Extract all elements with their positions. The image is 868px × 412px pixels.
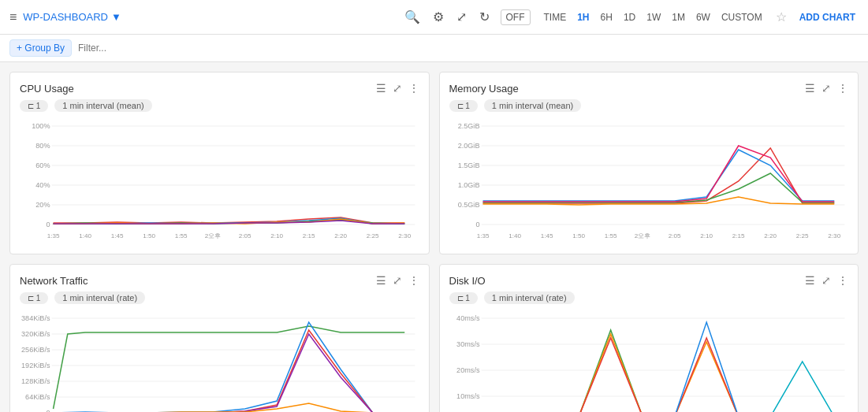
- network-chart-svg: 384KiB/s 320KiB/s 256KiB/s 192KiB/s 128K…: [20, 310, 419, 412]
- disk-expand-icon[interactable]: ⤢: [821, 274, 831, 287]
- svg-text:40%: 40%: [35, 181, 50, 189]
- svg-text:2오후: 2오후: [205, 232, 222, 239]
- time-btn-1w[interactable]: 1W: [643, 10, 665, 24]
- cpu-chart-area: 100% 80% 60% 40% 20% 0 1:35 1:40 1:45 1:…: [20, 118, 419, 244]
- memory-expand-icon[interactable]: ⤢: [821, 82, 831, 95]
- svg-text:2:30: 2:30: [828, 232, 840, 239]
- svg-text:2.0GiB: 2.0GiB: [457, 142, 479, 150]
- svg-text:60%: 60%: [35, 161, 50, 169]
- svg-text:2:10: 2:10: [700, 232, 713, 239]
- network-list-icon[interactable]: ☰: [376, 274, 386, 287]
- header-left: ≡ WP-DASHBOARD ▼: [9, 10, 121, 24]
- cpu-chart-svg: 100% 80% 60% 40% 20% 0 1:35 1:40 1:45 1:…: [20, 118, 419, 244]
- cpu-interval-tag[interactable]: 1 min interval (mean): [54, 99, 151, 112]
- time-btn-1h[interactable]: 1H: [573, 10, 593, 24]
- time-btn-1d[interactable]: 1D: [620, 10, 639, 24]
- svg-text:2:05: 2:05: [668, 232, 680, 239]
- svg-text:100%: 100%: [32, 122, 50, 130]
- add-chart-button[interactable]: ADD CHART: [796, 10, 859, 24]
- memory-chart-svg: 2.5GiB 2.0GiB 1.5GiB 1.0GiB 0.5GiB 0 1:3…: [449, 118, 849, 244]
- network-expand-icon[interactable]: ⤢: [393, 274, 402, 287]
- svg-text:2:30: 2:30: [398, 232, 411, 239]
- cpu-filter-tag[interactable]: ⊏ 1: [20, 100, 48, 112]
- memory-menu-icon[interactable]: ⋮: [837, 82, 848, 95]
- network-chart-icons: ☰ ⤢ ⋮: [376, 274, 419, 287]
- filter-input[interactable]: [78, 43, 859, 54]
- disk-chart-icons: ☰ ⤢ ⋮: [805, 274, 848, 287]
- svg-text:0.5GiB: 0.5GiB: [457, 201, 479, 209]
- memory-chart-tags: ⊏ 1 1 min interval (mean): [449, 99, 849, 112]
- settings-icon[interactable]: ⚙: [431, 8, 445, 26]
- svg-text:20%: 20%: [35, 201, 50, 209]
- svg-text:10ms/s: 10ms/s: [456, 392, 480, 400]
- main-content: CPU Usage ☰ ⤢ ⋮ ⊏ 1 1 min interval (mean…: [0, 62, 868, 412]
- svg-text:2:10: 2:10: [270, 232, 283, 239]
- hamburger-icon[interactable]: ≡: [9, 10, 17, 24]
- header: ≡ WP-DASHBOARD ▼ 🔍 ⚙ ⤢ ↻ OFF TIME 1H 6H …: [0, 0, 868, 35]
- disk-chart-area: 40ms/s 30ms/s 20ms/s 10ms/s 0 1:35 1:40 …: [449, 310, 849, 412]
- cpu-expand-icon[interactable]: ⤢: [393, 82, 402, 95]
- cpu-menu-icon[interactable]: ⋮: [408, 82, 419, 95]
- disk-interval-tag[interactable]: 1 min interval (rate): [484, 291, 575, 304]
- svg-text:0: 0: [46, 409, 50, 412]
- dashboard-title-arrow: ▼: [111, 11, 121, 23]
- disk-chart-title: Disk I/O: [449, 275, 486, 287]
- toggle-off-button[interactable]: OFF: [501, 9, 531, 25]
- svg-text:0: 0: [475, 221, 479, 228]
- time-btn-6h[interactable]: 6H: [597, 10, 617, 24]
- svg-text:192KiB/s: 192KiB/s: [21, 362, 50, 369]
- svg-text:1:40: 1:40: [509, 232, 521, 239]
- time-btn-custom[interactable]: CUSTOM: [717, 10, 766, 24]
- svg-text:2:15: 2:15: [732, 232, 744, 239]
- time-options: TIME 1H 6H 1D 1W 1M 6W CUSTOM: [540, 10, 766, 24]
- memory-chart-icons: ☰ ⤢ ⋮: [805, 82, 848, 95]
- memory-filter-tag[interactable]: ⊏ 1: [449, 100, 478, 112]
- memory-interval-tag[interactable]: 1 min interval (mean): [484, 99, 581, 112]
- svg-text:1.5GiB: 1.5GiB: [457, 161, 479, 169]
- disk-filter-tag[interactable]: ⊏ 1: [449, 292, 478, 304]
- svg-text:1:35: 1:35: [476, 232, 489, 239]
- cpu-chart-title: CPU Usage: [20, 83, 74, 95]
- svg-text:2:25: 2:25: [367, 232, 379, 239]
- svg-text:1:45: 1:45: [540, 232, 553, 239]
- disk-list-icon[interactable]: ☰: [805, 274, 815, 287]
- svg-text:64KiB/s: 64KiB/s: [25, 393, 50, 401]
- header-right: 🔍 ⚙ ⤢ ↻ OFF TIME 1H 6H 1D 1W 1M 6W CUSTO…: [403, 8, 859, 26]
- network-filter-tag[interactable]: ⊏ 1: [20, 292, 48, 304]
- cpu-chart-icons: ☰ ⤢ ⋮: [376, 82, 419, 95]
- network-menu-icon[interactable]: ⋮: [408, 274, 419, 287]
- svg-text:2:25: 2:25: [795, 232, 808, 239]
- memory-chart-card: Memory Usage ☰ ⤢ ⋮ ⊏ 1 1 min interval (m…: [439, 72, 859, 254]
- cpu-chart-header: CPU Usage ☰ ⤢ ⋮: [20, 82, 419, 95]
- svg-text:30ms/s: 30ms/s: [456, 340, 480, 348]
- time-btn-1m[interactable]: 1M: [668, 10, 689, 24]
- svg-text:1:55: 1:55: [604, 232, 617, 239]
- group-by-button[interactable]: + Group By: [9, 39, 72, 57]
- search-icon[interactable]: 🔍: [403, 8, 422, 26]
- memory-chart-title: Memory Usage: [449, 83, 519, 95]
- time-btn-6w[interactable]: 6W: [692, 10, 714, 24]
- svg-text:320KiB/s: 320KiB/s: [21, 330, 50, 338]
- disk-menu-icon[interactable]: ⋮: [837, 274, 848, 287]
- fullscreen-icon[interactable]: ⤢: [455, 8, 468, 26]
- svg-text:1:40: 1:40: [79, 232, 91, 239]
- network-interval-tag[interactable]: 1 min interval (rate): [54, 291, 145, 304]
- svg-text:2오후: 2오후: [634, 232, 650, 239]
- disk-chart-header: Disk I/O ☰ ⤢ ⋮: [449, 274, 849, 287]
- memory-list-icon[interactable]: ☰: [805, 82, 815, 95]
- svg-text:1.0GiB: 1.0GiB: [457, 181, 479, 189]
- svg-text:1:50: 1:50: [143, 232, 155, 239]
- cpu-chart-card: CPU Usage ☰ ⤢ ⋮ ⊏ 1 1 min interval (mean…: [9, 72, 430, 254]
- disk-chart-tags: ⊏ 1 1 min interval (rate): [449, 291, 849, 304]
- network-chart-card: Network Traffic ☰ ⤢ ⋮ ⊏ 1 1 min interval…: [9, 264, 430, 412]
- svg-text:2:05: 2:05: [239, 232, 251, 239]
- svg-text:1:35: 1:35: [47, 232, 60, 239]
- cpu-list-icon[interactable]: ☰: [376, 82, 386, 95]
- dashboard-title[interactable]: WP-DASHBOARD ▼: [23, 11, 121, 23]
- refresh-icon[interactable]: ↻: [478, 8, 491, 26]
- time-btn-time[interactable]: TIME: [540, 10, 571, 24]
- star-icon[interactable]: ☆: [776, 9, 787, 24]
- svg-text:20ms/s: 20ms/s: [456, 366, 480, 374]
- network-chart-tags: ⊏ 1 1 min interval (rate): [20, 291, 419, 304]
- dashboard-title-text: WP-DASHBOARD: [23, 11, 108, 23]
